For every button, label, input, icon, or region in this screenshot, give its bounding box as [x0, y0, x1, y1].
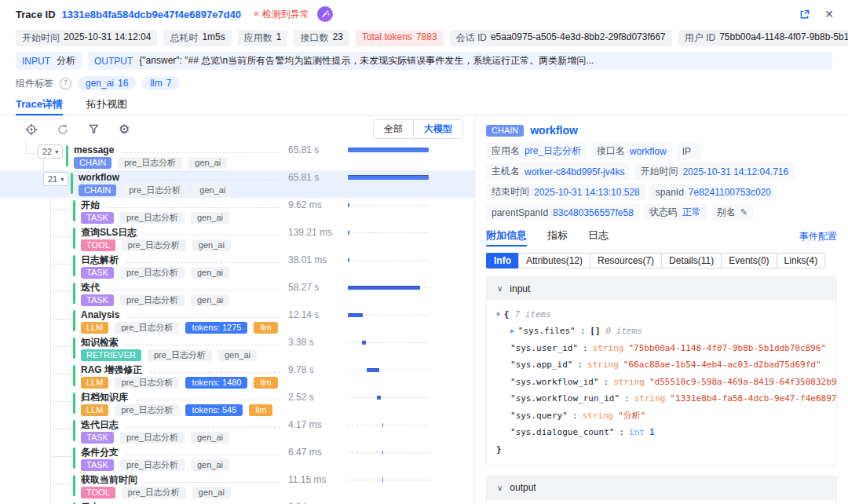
meta-interface-count: 接口数23	[294, 30, 349, 46]
filter-llm-button[interactable]: 大模型	[413, 120, 462, 138]
span-tag: llm	[254, 322, 277, 334]
span-waterfall	[348, 253, 429, 267]
tag-llm[interactable]: llm7	[142, 76, 179, 90]
span-name: 日志解析	[81, 254, 119, 267]
detail-fields: 应用名pre_日志分析 接口名workflow IP 主机名worker-c84…	[486, 143, 837, 221]
magic-wand-icon	[320, 9, 330, 19]
span-type-badge: LLM	[81, 404, 108, 416]
tab-extra-info[interactable]: 附加信息	[486, 227, 527, 247]
span-row[interactable]: 查询SLS日志139.21 ms TOOLpre_日志分析gen_ai	[0, 225, 474, 253]
collapse-toggle[interactable]: 21▾	[43, 172, 68, 186]
span-type-badge: TOOL	[81, 487, 115, 499]
span-tag: pre_日志分析	[120, 432, 185, 444]
span-row[interactable]: 日志3.94 ms TASKpre_日志分析gen_ai	[0, 500, 474, 504]
span-duration: 58.27 s	[288, 282, 348, 293]
span-duration: 6.47 ms	[288, 447, 348, 458]
span-name: workflow	[79, 172, 119, 183]
span-tag: pre_日志分析	[115, 404, 179, 416]
subtab-attributes[interactable]: Attributes(12)	[518, 253, 590, 268]
meta-total-duration: 总耗时1m5s	[163, 30, 231, 46]
span-accent-bar	[73, 447, 75, 469]
span-row[interactable]: 知识检索3.38 s RETRIEVERpre_日志分析gen_ai	[0, 335, 474, 363]
span-row-workflow[interactable]: 21▾ workflow65.81 s CHAINpre_日志分析gen_ai	[0, 170, 474, 198]
span-type-badge: RETRIEVER	[81, 349, 141, 361]
span-waterfall	[348, 500, 429, 504]
span-accent-bar	[73, 200, 75, 221]
settings-gear-icon[interactable]: ⚙	[119, 123, 130, 136]
span-accent-bar	[73, 255, 75, 276]
tab-metrics[interactable]: 指标	[547, 227, 568, 247]
span-type-badge: LLM	[81, 377, 108, 389]
output-preview-chip[interactable]: OUTPUT{"answer": "## 总览\n当前所有告警均为监测性提示，未…	[88, 52, 832, 70]
expand-triangle-icon[interactable]: ▶	[510, 327, 514, 334]
meta-total-tokens: Total tokens7883	[356, 30, 444, 46]
meta-app-count: 应用数1	[238, 30, 288, 46]
detail-span-name: workflow	[530, 124, 578, 137]
header: Trace ID 1331e8b4fa584dcb9e47f4e6897e7d4…	[0, 0, 848, 27]
subtab-details[interactable]: Details(11)	[661, 253, 722, 268]
input-section: ∨ input ▼{7 items ▶sys.files:[]0 items s…	[486, 276, 837, 466]
edit-alias-icon[interactable]: ✎	[740, 207, 747, 217]
tab-logs[interactable]: 日志	[588, 227, 609, 247]
span-tag: gen_ai	[188, 157, 227, 169]
chevron-down-icon: ∨	[497, 484, 503, 492]
output-section-header[interactable]: ∨ output	[487, 477, 836, 499]
span-tag: pre_日志分析	[115, 377, 179, 389]
input-preview-chip[interactable]: INPUT分析	[16, 52, 82, 70]
span-row[interactable]: 开始9.62 ms TASKpre_日志分析gen_ai	[0, 198, 474, 225]
locate-icon[interactable]	[25, 123, 38, 136]
external-link-icon[interactable]	[799, 9, 810, 20]
span-row[interactable]: RAG 增强修正9.78 s LLMpre_日志分析tokens: 1480ll…	[0, 363, 474, 390]
subtab-events[interactable]: Events(0)	[721, 253, 777, 268]
component-tags-row: 组件标签 ? gen_ai16 llm7	[0, 71, 848, 93]
tab-topology[interactable]: 拓扑视图	[86, 93, 127, 115]
filter-icon[interactable]	[88, 123, 100, 135]
span-tokens-badge: tokens: 1480	[185, 377, 247, 389]
span-filter-segment: 全部 大模型	[373, 119, 463, 139]
output-section-title: output	[510, 482, 535, 493]
help-icon[interactable]: ?	[60, 78, 71, 89]
subtab-resources[interactable]: Resources(7)	[590, 253, 662, 268]
output-section: ∨ output ▼{2 items answer: string## 总览 当…	[486, 476, 837, 504]
tag-gen-ai[interactable]: gen_ai16	[78, 76, 136, 90]
span-row[interactable]: 迭代日志4.17 ms TASKpre_日志分析gen_ai	[0, 418, 474, 445]
span-row[interactable]: 条件分支6.47 ms TASKpre_日志分析gen_ai	[0, 445, 474, 473]
field-start-time: 开始时间2025-10-31 14:12:04.716	[634, 163, 794, 180]
span-duration: 9.78 s	[288, 364, 348, 375]
span-row[interactable]: 获取当前时间11.15 ms TOOLpre_日志分析gen_ai	[0, 473, 474, 500]
span-tag: llm	[249, 404, 272, 416]
trace-id-value[interactable]: 1331e8b4fa584dcb9e47f4e6897e7d40	[62, 9, 241, 20]
event-config-link[interactable]: 事件配置	[799, 230, 837, 243]
span-row-message[interactable]: 22▾ message65.81 s CHAINpre_日志分析gen_ai	[0, 143, 474, 170]
collapse-toggle[interactable]: 22▾	[38, 144, 63, 159]
tab-trace-detail[interactable]: Trace详情	[16, 93, 63, 115]
anomaly-tag: ×检测到异常	[254, 8, 309, 21]
span-tag: gen_ai	[191, 432, 229, 444]
span-waterfall	[348, 280, 429, 294]
filter-all-button[interactable]: 全部	[374, 120, 413, 138]
meta-start-time: 开始时间2025-10-31 14:12:04	[16, 30, 157, 46]
span-row[interactable]: Analysis12.14 s LLMpre_日志分析tokens: 1275l…	[0, 308, 474, 335]
field-alias: 别名✎	[711, 204, 753, 221]
subtab-info[interactable]: Info	[486, 253, 519, 268]
subtab-links[interactable]: Links(4)	[777, 253, 826, 268]
input-section-title: input	[510, 283, 530, 294]
span-tag: gen_ai	[218, 349, 257, 361]
io-preview-row: INPUT分析 OUTPUT{"answer": "## 总览\n当前所有告警均…	[0, 48, 848, 71]
header-actions: ✕	[799, 8, 834, 20]
span-accent-bar	[73, 393, 75, 414]
refresh-icon[interactable]	[57, 123, 69, 136]
ai-magic-button[interactable]	[317, 6, 333, 22]
span-row[interactable]: 日志解析38.01 ms TASKpre_日志分析gen_ai	[0, 253, 474, 280]
span-waterfall	[348, 418, 429, 432]
anomaly-x-icon: ×	[254, 9, 259, 20]
close-icon[interactable]: ✕	[824, 8, 834, 20]
span-toolbar: ⚙ 全部 大模型	[0, 116, 474, 142]
span-row[interactable]: 归档知识库2.52 s LLMpre_日志分析tokens: 545llm	[0, 390, 474, 418]
span-tag: llm	[254, 377, 277, 389]
input-section-header[interactable]: ∨ input	[487, 277, 836, 300]
collapse-triangle-icon[interactable]: ▼	[496, 311, 500, 318]
span-row[interactable]: 迭代58.27 s TASKpre_日志分析gen_ai	[0, 280, 474, 308]
caret-down-icon: ▾	[60, 173, 64, 185]
span-accent-bar	[73, 338, 75, 359]
